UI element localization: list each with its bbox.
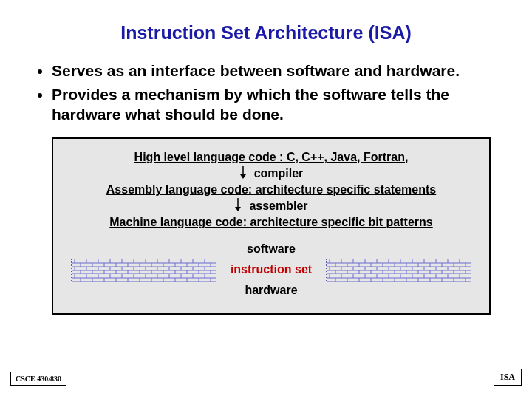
sw-hw-section: software xyxy=(66,242,476,297)
bullet-item: Serves as an interface between software … xyxy=(52,61,488,81)
arrow-down-icon xyxy=(234,198,242,214)
stage-assembler-label: assembler xyxy=(249,200,307,213)
arrow-down-icon xyxy=(239,166,247,182)
footer-course-code: CSCE 430/830 xyxy=(10,372,66,386)
diagram-box: High level language code : C, C++, Java,… xyxy=(52,137,491,315)
bullet-list: Serves as an interface between software … xyxy=(52,61,488,124)
slide-title: Instruction Set Architecture (ISA) xyxy=(0,22,532,44)
svg-marker-1 xyxy=(240,174,246,179)
stage-assembler-row: assembler xyxy=(66,198,476,214)
svg-rect-9 xyxy=(72,259,216,282)
brick-pattern-right xyxy=(326,259,471,282)
diagram-line-asm: Assembly language code: architecture spe… xyxy=(66,183,476,197)
instruction-set-label: instruction set xyxy=(231,263,312,276)
stage-compiler-row: compiler xyxy=(66,166,476,182)
stage-compiler-label: compiler xyxy=(254,167,304,180)
svg-rect-15 xyxy=(327,259,471,282)
diagram-line-machine: Machine language code: architecture spec… xyxy=(66,216,476,229)
diagram-line-hll: High level language code : C, C++, Java,… xyxy=(66,151,476,164)
bullet-item: Provides a mechanism by which the softwa… xyxy=(52,85,488,124)
hardware-label: hardware xyxy=(66,284,476,297)
brick-pattern-left xyxy=(71,259,216,282)
footer-topic: ISA xyxy=(494,369,522,386)
software-label: software xyxy=(66,242,476,256)
instruction-set-row: instruction set xyxy=(71,259,471,281)
slide: Instruction Set Architecture (ISA) Serve… xyxy=(0,0,532,399)
svg-marker-3 xyxy=(235,207,241,211)
